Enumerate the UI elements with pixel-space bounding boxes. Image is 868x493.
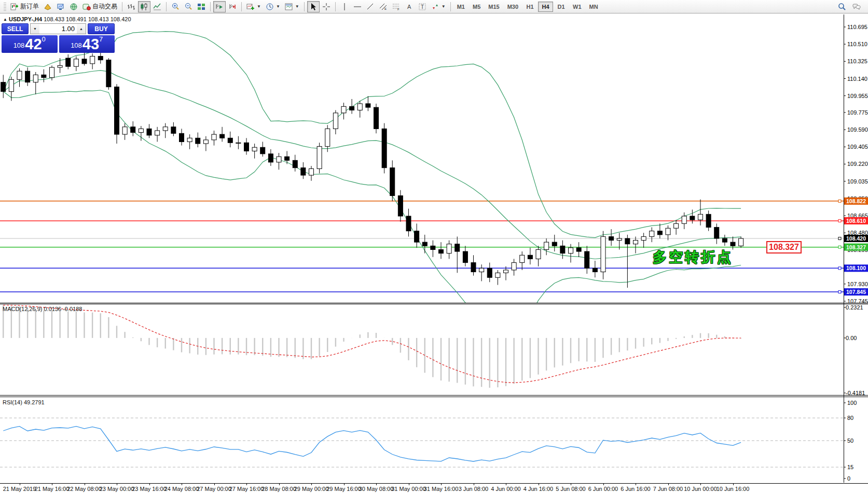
candlestick	[690, 209, 695, 223]
new-order-icon	[10, 3, 19, 11]
rsi-pane[interactable]: 1008050150	[0, 397, 868, 483]
candlestick-chart-button[interactable]	[138, 1, 150, 12]
candlestick	[601, 231, 605, 279]
macd-pane[interactable]: 0.23210.00-0.4181	[0, 305, 868, 395]
macd-tick-label: 0.00	[846, 335, 857, 341]
candlestick	[42, 69, 46, 82]
fibonacci-button[interactable]: F	[390, 1, 403, 12]
time-tick	[279, 484, 280, 485]
auto-scroll-button[interactable]	[213, 1, 226, 12]
time-tick	[311, 484, 312, 485]
line-handle[interactable]	[838, 219, 841, 222]
timeframe-button-MN[interactable]: MN	[586, 2, 602, 12]
price-tick-label: 110.140	[847, 76, 867, 82]
line-handle[interactable]	[838, 267, 841, 270]
one-click-trading-panel: SELL ▼ ▲ BUY 108420 108437	[2, 23, 115, 53]
volume-control: ▼ ▲	[30, 23, 86, 34]
time-tick	[636, 484, 636, 485]
candlestick	[682, 213, 686, 229]
candlestick	[228, 132, 232, 147]
volume-input[interactable]	[39, 24, 77, 34]
candlestick	[674, 220, 679, 235]
vertical-line-button[interactable]	[338, 1, 351, 12]
volume-increase-button[interactable]: ▲	[77, 24, 86, 34]
time-axis-label: 21 May 16:00	[35, 486, 70, 492]
templates-button[interactable]: ▼	[283, 1, 301, 12]
text-button[interactable]: A	[403, 1, 416, 12]
price-badge-label: 108.420	[846, 235, 866, 242]
timeframe-button-M5[interactable]: M5	[469, 2, 484, 12]
time-axis-label: 10 Jun 00:00	[684, 486, 717, 492]
crosshair-button[interactable]	[320, 1, 333, 12]
timeframe-button-H4[interactable]: H4	[538, 2, 553, 12]
turning-point-annotation[interactable]: 多空转折点	[653, 248, 746, 266]
time-axis-label: 27 May 16:00	[229, 486, 264, 492]
line-chart-button[interactable]	[151, 1, 163, 12]
sell-button[interactable]: SELL	[2, 23, 29, 34]
periods-button[interactable]: ▼	[264, 1, 282, 12]
candlestick	[512, 259, 516, 275]
price-level-box[interactable]: 108.327	[766, 241, 802, 253]
pane-separator[interactable]	[0, 395, 868, 396]
bar-chart-button[interactable]	[125, 1, 137, 12]
timeframe-button-M30[interactable]: M30	[504, 2, 522, 12]
trendline-icon	[366, 3, 375, 11]
pane-separator[interactable]	[0, 303, 868, 303]
buy-price-tile[interactable]: 108437	[59, 35, 115, 53]
toolbar-grip[interactable]	[4, 3, 6, 11]
cursor-button[interactable]	[307, 1, 320, 12]
candlestick	[641, 233, 646, 248]
timeframe-button-M1[interactable]: M1	[453, 2, 469, 12]
timeframe-button-W1[interactable]: W1	[569, 2, 585, 12]
candlestick	[528, 248, 532, 264]
trendline-button[interactable]	[364, 1, 377, 12]
equidistant-channel-button[interactable]: E	[377, 1, 390, 12]
time-axis-label: 4 Jun 16:00	[523, 486, 554, 492]
volume-decrease-button[interactable]: ▼	[31, 24, 39, 34]
chat-button[interactable]	[850, 1, 863, 12]
line-handle[interactable]	[838, 291, 841, 293]
time-axis-label: 22 May 08:00	[67, 486, 102, 492]
time-axis-label: 23 May 16:00	[132, 486, 167, 492]
price-tick-label: 110.510	[847, 41, 867, 47]
autotrading-button[interactable]: 自动交易	[80, 1, 119, 12]
candlestick	[714, 223, 719, 244]
text-label-button[interactable]: T	[416, 1, 429, 12]
time-axis-label: 6 Jun 16:00	[621, 486, 651, 492]
collapse-arrow-icon[interactable]: ▲	[3, 17, 7, 22]
crosshair-icon	[322, 3, 330, 11]
market-watch-icon	[57, 3, 65, 11]
candlestick	[585, 246, 589, 274]
candlestick	[317, 143, 322, 173]
arrows-button[interactable]: ▼	[429, 1, 448, 12]
data-window-button[interactable]	[42, 1, 54, 12]
line-handle[interactable]	[838, 246, 841, 248]
tile-windows-button[interactable]	[195, 1, 208, 12]
horizontal-line-button[interactable]	[351, 1, 364, 12]
line-handle[interactable]	[838, 237, 841, 240]
timeframe-button-D1[interactable]: D1	[554, 2, 569, 12]
zoom-out-button[interactable]	[182, 1, 195, 12]
timeframe-group: M1M5M15M30H1H4D1W1MN	[453, 2, 602, 12]
market-watch-button[interactable]	[54, 1, 67, 12]
toolbar: 新订单 自动交易	[0, 0, 868, 13]
timeframe-button-M15[interactable]: M15	[485, 2, 503, 12]
zoom-in-button[interactable]	[169, 1, 182, 12]
new-order-button[interactable]: 新订单	[8, 1, 41, 12]
buy-button[interactable]: BUY	[88, 23, 115, 34]
navigator-button[interactable]	[67, 1, 80, 12]
arrows-icon	[431, 3, 439, 11]
fibonacci-icon: F	[392, 3, 401, 11]
indicators-button[interactable]: ▼	[244, 1, 263, 12]
timeframe-button-H1[interactable]: H1	[522, 2, 538, 12]
time-tick	[85, 484, 85, 485]
candlestick	[66, 54, 71, 69]
line-handle[interactable]	[838, 200, 841, 202]
chart-shift-button[interactable]	[226, 1, 239, 12]
time-axis[interactable]: 21 May 201921 May 16:0022 May 08:0023 Ma…	[0, 483, 868, 493]
time-axis-label: 7 Jun 08:00	[653, 486, 683, 492]
search-button[interactable]	[836, 1, 848, 12]
candlestick	[544, 238, 549, 255]
candlestick	[122, 123, 127, 140]
sell-price-tile[interactable]: 108420	[2, 35, 58, 53]
